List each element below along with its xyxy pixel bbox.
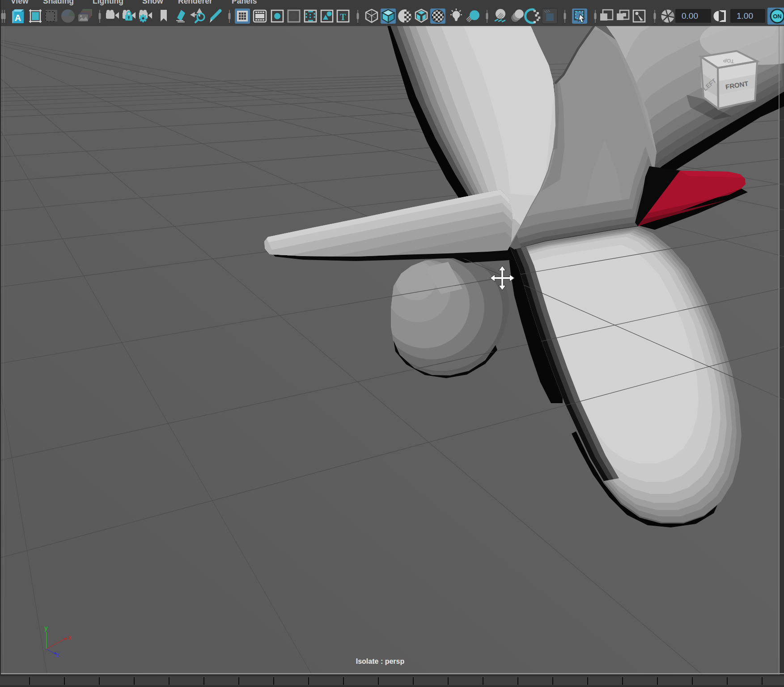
svg-text:T: T [340,12,346,22]
svg-text:y: y [44,624,48,632]
svg-text:Shading: Shading [43,0,74,5]
svg-text:Isolate : persp: Isolate : persp [356,657,405,665]
svg-text:z: z [56,651,59,658]
svg-text:Lighting: Lighting [93,0,123,5]
svg-text:0.00: 0.00 [682,11,698,21]
svg-text:View: View [11,0,29,5]
svg-text:ON: ON [773,13,782,20]
svg-text:Show: Show [142,0,163,5]
svg-text:Renderer: Renderer [178,0,212,5]
svg-text:Panels: Panels [232,0,257,5]
svg-text:x: x [68,634,72,641]
svg-text:A: A [15,13,21,23]
svg-text:TOP: TOP [723,57,734,65]
svg-text:1.00: 1.00 [737,11,753,21]
